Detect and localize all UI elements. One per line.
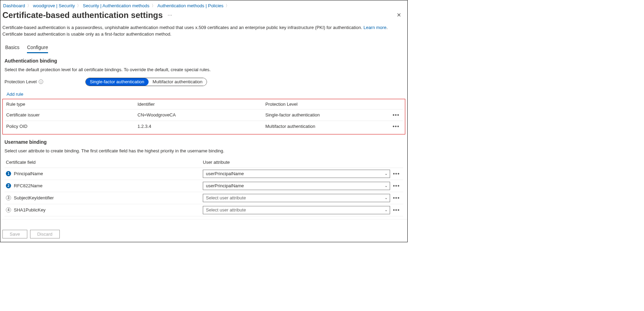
username-binding-row: 4 SHA1PublicKey Select user attribute ⌄ …	[4, 204, 403, 216]
priority-badge-icon: 2	[6, 183, 11, 188]
close-icon[interactable]: ✕	[395, 10, 403, 20]
rule-actions-icon[interactable]: •••	[388, 123, 401, 130]
username-binding-row: 1 PrincipalName userPrincipalName ⌄ •••	[4, 168, 403, 180]
row-actions-icon[interactable]: •••	[390, 171, 402, 177]
chevron-right-icon: 〉	[226, 3, 229, 8]
crumb-auth-methods-policies[interactable]: Authentication methods | Policies	[158, 3, 224, 8]
user-attribute-dropdown[interactable]: Select user attribute ⌄	[203, 194, 390, 202]
username-binding-row: 2 RFC822Name userPrincipalName ⌄ •••	[4, 180, 403, 192]
page-title: Certificate-based authentication setting…	[2, 10, 172, 20]
title-more-icon[interactable]: ···	[168, 12, 172, 18]
auth-binding-heading: Authentication binding	[0, 53, 407, 65]
rule-protection-cell: Single-factor authentication	[265, 112, 388, 117]
option-single-factor[interactable]: Single-factor authentication	[86, 78, 149, 86]
protection-level-label: Protection Level	[4, 79, 37, 84]
rules-highlight-box: Rule type Identifier Protection Level Ce…	[2, 99, 405, 134]
discard-button[interactable]: Discard	[30, 230, 60, 238]
col-identifier: Identifier	[138, 102, 265, 107]
learn-more-link[interactable]: Learn more	[363, 25, 386, 30]
tab-basics[interactable]: Basics	[5, 43, 19, 53]
chevron-down-icon: ⌄	[385, 208, 388, 212]
priority-badge-icon: 3	[6, 195, 11, 200]
user-attribute-dropdown[interactable]: userPrincipalName ⌄	[203, 170, 390, 178]
username-binding-subtext: Select user attribute to create binding.…	[0, 146, 407, 157]
col-protection-level: Protection Level	[265, 102, 388, 107]
row-actions-icon[interactable]: •••	[390, 183, 402, 189]
priority-badge-icon: 1	[6, 171, 11, 176]
chevron-right-icon: 〉	[77, 3, 81, 8]
priority-badge-icon: 4	[6, 207, 11, 213]
username-binding-heading: Username binding	[0, 134, 407, 146]
crumb-dashboard[interactable]: Dashboard	[3, 3, 25, 8]
breadcrumb: Dashboard 〉 woodgrove | Security 〉 Secur…	[0, 2, 407, 9]
rule-protection-cell: Multifactor authentication	[265, 124, 388, 129]
row-actions-icon[interactable]: •••	[390, 195, 402, 201]
crumb-security-auth-methods[interactable]: Security | Authentication methods	[83, 3, 150, 8]
rule-identifier-cell: 1.2.3.4	[138, 124, 265, 129]
option-multifactor[interactable]: Multifactor authentication	[149, 78, 207, 86]
protection-level-toggle[interactable]: Single-factor authentication Multifactor…	[85, 78, 207, 86]
rule-row: Certificate issuer CN=WoodgroveCA Single…	[5, 110, 403, 121]
add-rule-link[interactable]: Add rule	[7, 92, 23, 97]
user-attribute-dropdown[interactable]: userPrincipalName ⌄	[203, 182, 390, 190]
user-attribute-dropdown[interactable]: Select user attribute ⌄	[203, 206, 390, 214]
chevron-down-icon: ⌄	[385, 171, 388, 176]
crumb-woodgrove-security[interactable]: woodgrove | Security	[33, 3, 75, 8]
tab-configure[interactable]: Configure	[27, 43, 48, 53]
chevron-down-icon: ⌄	[385, 196, 388, 200]
cert-field-label: SubjectKeyIdentifier	[14, 195, 54, 200]
chevron-down-icon: ⌄	[385, 183, 388, 188]
chevron-right-icon: 〉	[27, 3, 31, 8]
username-binding-row: 3 SubjectKeyIdentifier Select user attri…	[4, 192, 403, 204]
cert-field-label: RFC822Name	[14, 183, 42, 188]
save-button[interactable]: Save	[2, 230, 27, 238]
rule-identifier-cell: CN=WoodgroveCA	[138, 112, 265, 117]
cert-field-label: PrincipalName	[14, 171, 43, 176]
chevron-right-icon: 〉	[152, 3, 155, 8]
rule-type-cell: Policy OID	[6, 124, 138, 129]
row-actions-icon[interactable]: •••	[390, 207, 402, 213]
rule-type-cell: Certificate issuer	[6, 112, 138, 117]
tabs: Basics Configure	[0, 38, 407, 53]
col-certificate-field: Certificate field	[6, 160, 203, 165]
col-user-attribute: User attribute	[203, 160, 390, 165]
cert-field-label: SHA1PublicKey	[14, 207, 46, 213]
rule-actions-icon[interactable]: •••	[388, 112, 401, 118]
rule-row: Policy OID 1.2.3.4 Multifactor authentic…	[5, 121, 403, 132]
description-text: Certificate-based authentication is a pa…	[0, 25, 407, 38]
col-rule-type: Rule type	[6, 102, 138, 107]
info-icon[interactable]: i	[39, 79, 43, 84]
auth-binding-subtext: Select the default protection level for …	[0, 65, 407, 76]
